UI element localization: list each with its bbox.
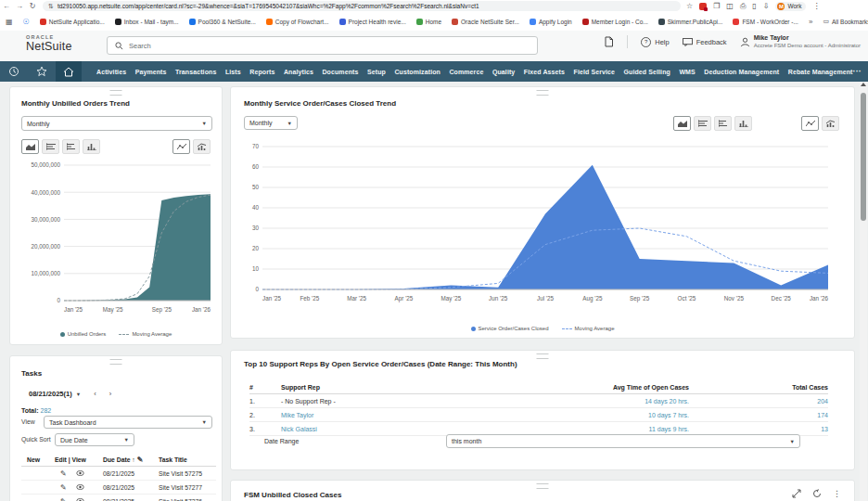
due-date-sort-header[interactable]: Due Date ↑ ✎: [103, 456, 159, 464]
period-select[interactable]: Monthly▼: [21, 116, 212, 131]
nav-item-analytics[interactable]: Analytics: [284, 69, 313, 75]
bookmark-item[interactable]: Copy of Flowchart...: [266, 19, 329, 25]
home-icon[interactable]: [56, 61, 82, 82]
drag-handle[interactable]: [537, 483, 549, 489]
bookmark-item[interactable]: Inbox - Mail - taym...: [115, 19, 179, 25]
apps-grid-icon[interactable]: ▦: [6, 18, 13, 26]
print-icon[interactable]: ⎙: [740, 2, 746, 11]
site-info-icon[interactable]: ⇅: [48, 3, 54, 10]
bookmark-item[interactable]: Appify Login: [530, 19, 572, 25]
refresh-icon[interactable]: [812, 489, 822, 498]
drag-handle[interactable]: [110, 359, 122, 365]
all-bookmarks[interactable]: ▭ All Bookmarks: [823, 18, 868, 25]
help-button[interactable]: ? Help: [641, 37, 669, 47]
tasks-date-nav[interactable]: 08/21/2025(1) ▼: [29, 390, 81, 398]
view-eye-icon[interactable]: [76, 484, 84, 490]
back-icon[interactable]: ←: [0, 2, 13, 10]
bookmark-item[interactable]: FSM - WorkOrder -...: [733, 19, 798, 25]
nav-item-transactions[interactable]: Transactions: [175, 69, 216, 75]
nav-item-quality[interactable]: Quality: [492, 69, 515, 75]
drag-handle[interactable]: [537, 353, 549, 359]
rep-avg-time[interactable]: 10 days 7 hrs.: [559, 412, 689, 418]
chart-type-cols-icon[interactable]: [83, 139, 100, 154]
nav-item-rebate-management[interactable]: Rebate Management: [788, 69, 853, 75]
chart-type-area-icon[interactable]: [673, 116, 691, 131]
nav-item-deduction-management[interactable]: Deduction Management: [704, 69, 779, 75]
chart-type-cols-icon[interactable]: [734, 116, 752, 131]
task-title[interactable]: Site Visit 57275: [159, 470, 216, 477]
rep-avg-time[interactable]: 11 days 9 hrs.: [559, 426, 689, 432]
bookmark-star-icon[interactable]: ☆: [686, 2, 693, 10]
extension-icon[interactable]: [699, 3, 707, 10]
create-new-icon[interactable]: [604, 36, 614, 47]
side-panel-icon[interactable]: ◫: [726, 2, 734, 10]
extensions-puzzle-icon[interactable]: ❐: [713, 2, 720, 10]
nav-item-guided-selling[interactable]: Guided Selling: [624, 69, 670, 75]
nav-item-lists[interactable]: Lists: [225, 69, 241, 75]
user-menu[interactable]: Mike Taylor Accrete FSM Demo account - A…: [740, 34, 861, 49]
nav-item-field-service[interactable]: Field Service: [574, 69, 616, 75]
prev-day-button[interactable]: ‹: [94, 390, 96, 398]
global-search-input[interactable]: Search: [107, 36, 538, 55]
view-eye-icon[interactable]: [76, 470, 84, 476]
nav-item-payments[interactable]: Payments: [135, 69, 167, 75]
chart-type-stack-icon[interactable]: [42, 139, 59, 154]
chart-type-barsh-icon[interactable]: [62, 139, 80, 154]
edit-pencil-icon[interactable]: ✎: [60, 497, 67, 501]
recent-records-icon[interactable]: [0, 61, 28, 82]
panel-menu-icon[interactable]: ⋮: [833, 489, 841, 498]
reload-icon[interactable]: ↻: [26, 2, 39, 10]
nav-item-wms[interactable]: WMS: [679, 69, 695, 75]
scrollbar-up-arrow[interactable]: [861, 83, 866, 86]
profile-chip[interactable]: M Work: [775, 2, 806, 11]
nav-item-setup[interactable]: Setup: [367, 69, 386, 75]
chart-type-area-icon[interactable]: [21, 139, 39, 154]
drag-handle[interactable]: [537, 90, 549, 96]
nav-item-documents[interactable]: Documents: [322, 69, 358, 75]
next-day-button[interactable]: ›: [109, 390, 112, 398]
nav-item-activities[interactable]: Activities: [96, 69, 126, 75]
tasks-view-select[interactable]: Task Dashboard▼: [44, 416, 212, 429]
rep-avg-time[interactable]: 14 days 20 hrs.: [559, 398, 689, 405]
nav-item-customization[interactable]: Customization: [394, 69, 440, 75]
forward-icon[interactable]: →: [13, 2, 26, 10]
nav-item-reports[interactable]: Reports: [249, 69, 274, 75]
date-range-select[interactable]: this month▼: [446, 434, 800, 448]
task-title[interactable]: Site Visit 57277: [159, 484, 216, 491]
chart-type-colline-icon[interactable]: [193, 139, 211, 154]
tasks-total-link[interactable]: 282: [41, 407, 52, 414]
cast-icon[interactable]: ▯: [752, 2, 756, 10]
address-bar[interactable]: ⇅ td2910050.app.netsuite.com/app/center/…: [43, 1, 681, 11]
bookmark-item[interactable]: Member Login - Co...: [582, 19, 648, 25]
bookmark-item[interactable]: NetSuite Applicatio...: [40, 19, 105, 25]
period-select[interactable]: Monthly▼: [244, 116, 298, 130]
globe-icon[interactable]: ☉: [23, 18, 30, 26]
bookmark-item[interactable]: Oracle NetSuite Ser...: [452, 19, 519, 25]
chart-type-colline-icon[interactable]: [822, 116, 839, 131]
rep-total-cases[interactable]: 174: [689, 412, 828, 418]
drag-handle[interactable]: [110, 90, 122, 96]
chart-type-barsh-icon[interactable]: [714, 116, 732, 131]
bookmark-item[interactable]: Project Health revie...: [339, 19, 406, 25]
chart-type-stack-icon[interactable]: [694, 116, 711, 131]
bookmark-item[interactable]: Home: [416, 19, 441, 25]
rep-name[interactable]: Mike Taylor: [281, 412, 559, 418]
edit-column-icon[interactable]: ✎: [137, 456, 144, 464]
rep-name[interactable]: Nick Galassi: [281, 426, 559, 432]
bookmark-item[interactable]: Skimmer.PublicApi...: [658, 19, 723, 25]
shortcuts-star-icon[interactable]: [28, 61, 56, 82]
task-title[interactable]: Site Visit 57276: [159, 498, 216, 501]
feedback-button[interactable]: Feedback: [683, 38, 727, 46]
chart-type-line-icon[interactable]: [172, 139, 190, 154]
nav-more[interactable]: ···: [853, 67, 862, 76]
download-icon[interactable]: ⇩: [763, 2, 770, 10]
edit-pencil-icon[interactable]: ✎: [60, 469, 67, 478]
rep-total-cases[interactable]: 13: [689, 426, 828, 432]
chart-type-line-icon[interactable]: [801, 116, 819, 131]
rep-total-cases[interactable]: 204: [689, 398, 828, 405]
netsuite-logo[interactable]: ORACLE NetSuite: [26, 35, 72, 52]
bookmark-item[interactable]: Pool360 & NetSuite...: [189, 19, 256, 25]
nav-item-fixed-assets[interactable]: Fixed Assets: [524, 69, 565, 75]
tasks-quicksort-select[interactable]: Due Date▼: [55, 433, 134, 446]
expand-icon[interactable]: [792, 489, 801, 498]
